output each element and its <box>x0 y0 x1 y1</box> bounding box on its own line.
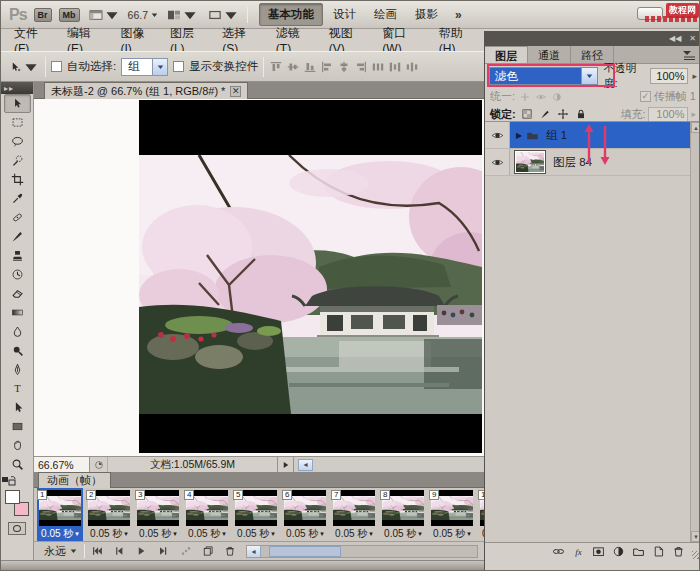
blend-mode-dropdown[interactable]: 滤色 <box>489 67 598 85</box>
tool-history-brush[interactable] <box>4 265 31 284</box>
horizontal-scrollbar[interactable]: ◂ <box>294 457 484 472</box>
layer-mask-button[interactable] <box>592 545 605 558</box>
animation-frame-9[interactable]: 90.05 秒▾ <box>429 490 475 541</box>
scroll-up-icon[interactable]: ▲ <box>691 122 700 133</box>
status-menu-button[interactable] <box>278 457 294 472</box>
tool-clone-stamp[interactable] <box>4 246 31 265</box>
layer-visibility-toggle[interactable] <box>485 122 510 148</box>
align-align-top-edges-button[interactable] <box>269 60 283 74</box>
animation-frame-8[interactable]: 80.05 秒▾ <box>380 490 426 541</box>
opacity-spinner-icon[interactable]: ▸ <box>692 71 697 81</box>
fill-spinner-icon[interactable]: ▸ <box>691 109 696 119</box>
tool-hand[interactable] <box>4 436 31 455</box>
show-transform-checkbox[interactable] <box>173 61 184 72</box>
opacity-value-field[interactable]: 100% <box>650 68 688 84</box>
dropdown-button[interactable] <box>581 68 597 84</box>
resize-grip[interactable] <box>692 551 700 559</box>
mini-bridge-button[interactable]: Mb <box>59 8 80 22</box>
tool-move[interactable] <box>4 94 31 113</box>
tools-panel-header[interactable]: ▸▸ <box>1 82 33 94</box>
unify-style-button[interactable] <box>551 91 563 103</box>
tween-button[interactable] <box>175 544 197 559</box>
scroll-down-icon[interactable]: ▼ <box>691 531 700 542</box>
layer-style-button[interactable]: fx <box>572 545 585 558</box>
frame-delay-dropdown[interactable]: 0.05 秒▾ <box>184 527 230 541</box>
animation-frame-3[interactable]: 30.05 秒▾ <box>135 490 181 541</box>
document-image[interactable] <box>139 100 482 453</box>
first-frame-button[interactable] <box>86 544 108 559</box>
frame-delay-dropdown[interactable]: 0.05 秒▾ <box>429 527 475 541</box>
tool-path-selection[interactable] <box>4 398 31 417</box>
expand-group-icon[interactable]: ▶ <box>516 131 522 140</box>
workspace-overflow-button[interactable]: » <box>455 8 462 22</box>
bridge-button[interactable]: Br <box>34 8 52 22</box>
view-extras-button[interactable] <box>87 8 121 22</box>
tool-blur[interactable] <box>4 322 31 341</box>
close-panel-icon[interactable]: ✕ <box>689 34 696 43</box>
tool-dodge[interactable] <box>4 341 31 360</box>
auto-select-dropdown[interactable]: 组 <box>121 58 168 76</box>
dropdown-button[interactable] <box>152 59 167 75</box>
layers-scrollbar[interactable]: ▲ ▼ <box>690 122 700 542</box>
screen-mode-button[interactable] <box>206 8 240 22</box>
frame-delay-dropdown[interactable]: 0.05 秒▾ <box>331 527 377 541</box>
align-distribute-left-button[interactable] <box>371 60 385 74</box>
align-align-right-edges-button[interactable] <box>354 60 368 74</box>
layer-row-1[interactable]: ▶组 1 <box>485 122 700 149</box>
lock-position-button[interactable] <box>557 108 569 120</box>
next-frame-button[interactable] <box>152 544 174 559</box>
auto-select-checkbox[interactable] <box>51 61 62 72</box>
scroll-left-icon[interactable]: ◂ <box>247 546 261 557</box>
animation-frame-5[interactable]: 50.05 秒▾ <box>233 490 279 541</box>
layer-row-2[interactable]: 图层 84 <box>485 149 700 176</box>
tool-spot-healing[interactable] <box>4 208 31 227</box>
tool-brush[interactable] <box>4 227 31 246</box>
delete-layer-button[interactable] <box>672 545 685 558</box>
lock-transparency-button[interactable] <box>521 108 533 120</box>
tool-type[interactable]: T <box>4 379 31 398</box>
tool-eyedropper[interactable] <box>4 189 31 208</box>
align-align-vertical-centers-button[interactable] <box>286 60 300 74</box>
align-distribute-hcenter-button[interactable] <box>388 60 402 74</box>
delete-frame-button[interactable] <box>219 544 241 559</box>
animation-frame-2[interactable]: 20.05 秒▾ <box>86 490 132 541</box>
duplicate-frame-button[interactable] <box>197 544 219 559</box>
unify-position-button[interactable] <box>519 91 531 103</box>
propagate-frame-checkbox[interactable]: ✓ <box>640 91 651 102</box>
animation-frame-7[interactable]: 70.05 秒▾ <box>331 490 377 541</box>
fill-value-field[interactable]: 100% <box>648 107 688 122</box>
tool-crop[interactable] <box>4 170 31 189</box>
frame-delay-dropdown[interactable]: 0.05 秒▾ <box>282 527 328 541</box>
new-layer-button[interactable] <box>652 545 665 558</box>
tool-rectangular-marquee[interactable] <box>4 113 31 132</box>
lock-all-button[interactable] <box>575 108 587 120</box>
tool-zoom[interactable] <box>4 455 31 474</box>
background-color-swatch[interactable] <box>14 502 29 516</box>
tool-rectangle[interactable] <box>4 417 31 436</box>
scrollbar-thumb[interactable] <box>269 546 341 557</box>
lock-pixels-button[interactable] <box>539 108 551 120</box>
frames-scrollbar[interactable]: ◂ <box>246 545 478 558</box>
frame-delay-dropdown[interactable]: 0.05 秒▾ <box>135 527 181 541</box>
canvas-area[interactable] <box>34 99 484 456</box>
panel-tab-图层[interactable]: 图层 <box>485 46 528 63</box>
tool-preset-picker[interactable] <box>6 60 40 74</box>
tool-lasso[interactable] <box>4 132 31 151</box>
link-layers-button[interactable] <box>552 545 565 558</box>
panel-tab-通道[interactable]: 通道 <box>528 46 571 63</box>
scroll-left-icon[interactable]: ◂ <box>298 459 313 471</box>
close-document-icon[interactable]: ✕ <box>230 86 241 97</box>
document-tab[interactable]: 未标题-2 @ 66.7% (组 1, RGB/8#) * ✕ <box>44 82 248 99</box>
play-button[interactable] <box>130 544 152 559</box>
animation-frame-4[interactable]: 40.05 秒▾ <box>184 490 230 541</box>
layer-visibility-toggle[interactable] <box>485 149 510 175</box>
frame-delay-dropdown[interactable]: 0.05 秒▾ <box>37 527 83 541</box>
collapse-panels-icon[interactable]: ◀◀ <box>669 34 681 43</box>
panel-menu-icon[interactable] <box>681 49 697 61</box>
tool-gradient[interactable] <box>4 303 31 322</box>
loop-count-dropdown[interactable]: 永远 <box>38 543 83 559</box>
animation-frame-6[interactable]: 60.05 秒▾ <box>282 490 328 541</box>
frame-delay-dropdown[interactable]: 0.05 秒▾ <box>86 527 132 541</box>
layer-thumbnail[interactable] <box>514 150 546 174</box>
frame-delay-dropdown[interactable]: 0.05 秒▾ <box>233 527 279 541</box>
